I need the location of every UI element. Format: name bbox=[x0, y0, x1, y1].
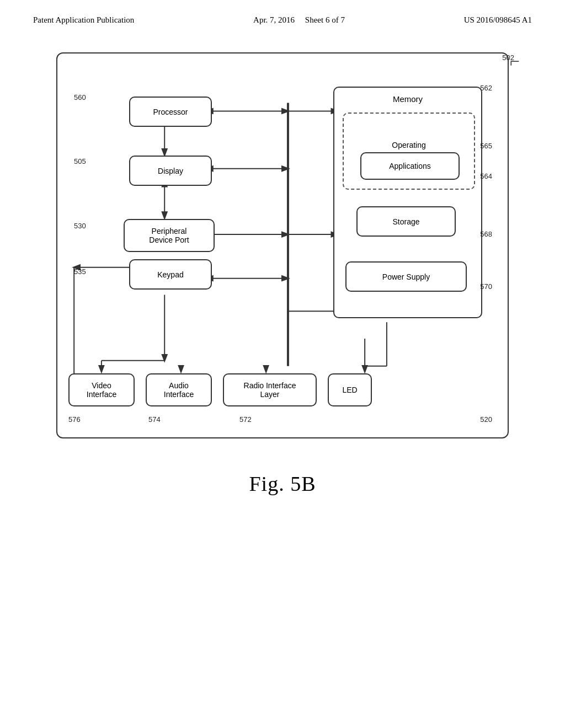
ref-568: 568 bbox=[480, 230, 492, 238]
memory-label: Memory bbox=[393, 94, 423, 104]
figure-caption: Fig. 5B bbox=[0, 472, 565, 496]
memory-outer-box: Memory Operating System Applications Sto… bbox=[333, 87, 482, 318]
ref-562: 562 bbox=[480, 84, 492, 92]
ref-572: 572 bbox=[239, 415, 252, 424]
storage-box: Storage bbox=[356, 206, 456, 237]
header-right: US 2016/098645 A1 bbox=[464, 15, 532, 25]
led-box: LED bbox=[328, 373, 372, 406]
power-supply-box: Power Supply bbox=[345, 261, 467, 292]
processor-box: Processor bbox=[129, 97, 212, 127]
ref-574: 574 bbox=[148, 415, 161, 424]
outer-box-502: 560 Processor 505 Display 530 Peripheral… bbox=[56, 52, 509, 438]
ref-520: 520 bbox=[480, 415, 492, 424]
audio-interface-box: Audio Interface bbox=[146, 373, 212, 406]
ref-565: 565 bbox=[480, 142, 492, 150]
header-center: Apr. 7, 2016 Sheet 6 of 7 bbox=[253, 15, 345, 25]
peripheral-box: Peripheral Device Port bbox=[124, 219, 215, 252]
applications-box: Applications bbox=[360, 152, 460, 180]
display-box: Display bbox=[129, 156, 212, 186]
page-header: Patent Application Publication Apr. 7, 2… bbox=[0, 0, 565, 30]
ref-570: 570 bbox=[480, 282, 492, 291]
ref-564: 564 bbox=[480, 172, 492, 180]
os-dashed-box: Operating System Applications bbox=[343, 113, 475, 190]
ref-530: 530 bbox=[74, 222, 86, 230]
header-left: Patent Application Publication bbox=[33, 15, 134, 25]
ref-505: 505 bbox=[74, 157, 86, 165]
ref-560: 560 bbox=[74, 93, 86, 101]
bracket-502: ⌐ bbox=[510, 52, 520, 70]
video-interface-box: Video Interface bbox=[68, 373, 135, 406]
keypad-box: Keypad bbox=[129, 259, 212, 290]
radio-interface-box: Radio Interface Layer bbox=[223, 373, 317, 406]
ref-576: 576 bbox=[68, 415, 81, 424]
diagram-area: 502 bbox=[45, 52, 520, 438]
ref-535: 535 bbox=[74, 267, 86, 276]
